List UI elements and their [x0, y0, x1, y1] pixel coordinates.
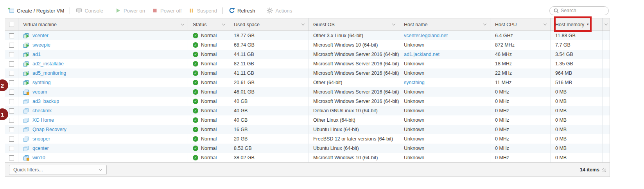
actions-gear-icon: [267, 7, 273, 14]
vm-name-link[interactable]: sweepie: [32, 42, 50, 48]
table-row[interactable]: veeam ✓ Normal 46.01 GB Microsoft Window…: [5, 87, 610, 97]
vm-name-link[interactable]: qcenter: [32, 146, 49, 151]
column-label: Guest OS: [313, 22, 390, 27]
row-checkbox[interactable]: [9, 71, 14, 76]
used-space-cell: 82.11 GB: [229, 59, 309, 68]
suspend-button[interactable]: Suspend: [185, 6, 220, 15]
row-checkbox[interactable]: [9, 155, 14, 160]
vm-name-link[interactable]: checkmk: [32, 108, 52, 113]
row-checkbox[interactable]: [9, 127, 14, 132]
column-header-host-cpu[interactable]: Host CPU: [490, 18, 551, 31]
vm-name-link[interactable]: ad2_installatie: [32, 61, 64, 67]
table-row[interactable]: checkmk ✓ Normal 40 GB Debian GNU/Linux …: [5, 106, 610, 115]
table-row[interactable]: sweepie ✓ Normal 68.74 GB Microsoft Wind…: [5, 40, 610, 50]
chevron-down-icon[interactable]: [222, 22, 225, 25]
quick-filters-dropdown[interactable]: Quick filters...: [9, 165, 107, 175]
table-row[interactable]: snooper ✓ Normal 20 GB FreeBSD 12 or lat…: [5, 134, 610, 144]
toolbar-divider: [109, 7, 109, 14]
host-cpu-cell: 46 MHz: [490, 50, 551, 59]
toolbar: Create / Register VM Console Power on Po…: [5, 3, 639, 18]
table-row[interactable]: synthing ✓ Normal 20.61 GB Other (64-bit…: [5, 78, 610, 87]
column-header-virtual-machine[interactable]: Virtual machine: [18, 18, 188, 31]
power-off-icon: [151, 7, 158, 14]
column-options-chevron-icon[interactable]: [605, 22, 608, 25]
column-header-status[interactable]: Status: [188, 18, 229, 31]
column-label: Virtual machine: [23, 22, 179, 27]
chevron-down-icon[interactable]: [483, 22, 486, 25]
power-off-button[interactable]: Power off: [148, 6, 185, 15]
status-text: Normal: [201, 33, 217, 38]
power-on-button[interactable]: Power on: [111, 6, 148, 15]
table-row[interactable]: XG Home ✓ Normal 40 GB Other Linux (64-b…: [5, 115, 610, 125]
column-header-host-name[interactable]: Host name: [399, 18, 490, 31]
host-cpu-cell: 18 MHz: [490, 59, 551, 68]
row-checkbox[interactable]: [9, 137, 14, 142]
table-row[interactable]: ad3_backup ✓ Normal 40 GB Microsoft Wind…: [5, 97, 610, 106]
row-options-cell: [603, 87, 610, 97]
guest-os-cell: Microsoft Windows Server 2016 (64-bit): [309, 97, 399, 106]
table-row[interactable]: vcenter ✓ Normal 18.77 GB Other 3.x Linu…: [5, 31, 610, 40]
row-checkbox[interactable]: [9, 90, 14, 95]
row-checkbox[interactable]: [9, 33, 14, 38]
vm-name-link[interactable]: synthing: [32, 80, 51, 85]
vm-name-link[interactable]: snooper: [32, 136, 50, 142]
vm-name-link[interactable]: ad5_monitoring: [32, 70, 66, 76]
table-row[interactable]: win10 ✓ Normal 38.02 GB Microsoft Window…: [5, 153, 610, 162]
esxi-vm-list-page: Create / Register VM Console Power on Po…: [0, 0, 644, 189]
console-button[interactable]: Console: [72, 6, 106, 15]
chevron-down-icon[interactable]: [392, 22, 395, 25]
create-register-vm-button[interactable]: Create / Register VM: [5, 6, 67, 15]
suspend-icon: [188, 7, 195, 14]
host-name-cell: Unknown: [399, 115, 490, 125]
row-checkbox[interactable]: [9, 108, 14, 113]
used-space-cell: 68.74 GB: [229, 40, 309, 50]
vm-name-link[interactable]: ad3_backup: [32, 99, 59, 104]
table-row[interactable]: qcenter ✓ Normal 8.52 GB Ubuntu Linux (6…: [5, 144, 610, 153]
column-header-used-space[interactable]: Used space: [229, 18, 309, 31]
column-header-host-memory[interactable]: Host memory ▼: [551, 18, 603, 31]
row-checkbox[interactable]: [9, 80, 14, 85]
table-row[interactable]: ad1 ✓ Normal 44.11 GB Microsoft Windows …: [5, 50, 610, 59]
resize-grip[interactable]: [602, 168, 606, 172]
chevron-down-icon[interactable]: [181, 22, 184, 25]
status-cell: ✓ Normal: [188, 31, 229, 40]
vm-name-link[interactable]: win10: [32, 155, 45, 160]
status-text: Normal: [201, 99, 217, 104]
row-checkbox[interactable]: [9, 61, 14, 67]
select-all-checkbox[interactable]: [9, 22, 14, 27]
console-icon: [75, 7, 82, 14]
row-checkbox[interactable]: [9, 52, 14, 57]
row-checkbox[interactable]: [9, 99, 14, 104]
host-cpu-cell: 872 MHz: [490, 40, 551, 50]
table-row[interactable]: ad2_installatie ✓ Normal 82.11 GB Micros…: [5, 59, 610, 68]
vm-name-link[interactable]: XG Home: [32, 117, 54, 123]
vm-name-link[interactable]: Qnap Recovery: [32, 127, 66, 132]
vm-name-cell: XG Home: [18, 115, 188, 125]
host-memory-cell: 0 MB: [551, 134, 603, 144]
host-cpu-cell: 0 MHz: [490, 115, 551, 125]
table-row[interactable]: ad5_monitoring ✓ Normal 41.11 GB Microso…: [5, 68, 610, 78]
host-cpu-cell: 0 MHz: [490, 144, 551, 153]
status-cell: ✓ Normal: [188, 87, 229, 97]
vm-name-link[interactable]: ad1: [32, 52, 41, 57]
actions-button[interactable]: Actions: [264, 6, 296, 15]
chevron-down-icon[interactable]: [301, 22, 305, 25]
refresh-button[interactable]: Refresh: [225, 6, 258, 15]
row-checkbox[interactable]: [9, 118, 14, 123]
row-checkbox[interactable]: [9, 43, 14, 48]
status-normal-icon: ✓: [193, 61, 198, 67]
search-input[interactable]: [561, 8, 604, 13]
refresh-icon: [228, 7, 235, 14]
column-header-guest-os[interactable]: Guest OS: [309, 18, 399, 31]
host-name-cell: Unknown: [399, 125, 490, 134]
status-text: Normal: [201, 80, 217, 85]
vm-name-link[interactable]: veeam: [32, 89, 47, 95]
row-checkbox-cell: [5, 50, 18, 59]
chevron-down-icon[interactable]: [544, 22, 547, 25]
status-normal-icon: ✓: [193, 136, 198, 142]
vm-name-link[interactable]: vcenter: [32, 33, 48, 38]
row-checkbox[interactable]: [9, 146, 14, 151]
table-row[interactable]: Qnap Recovery ✓ Normal 16 GB Ubuntu Linu…: [5, 125, 610, 134]
column-label: Used space: [234, 22, 300, 27]
status-text: Normal: [201, 42, 217, 48]
